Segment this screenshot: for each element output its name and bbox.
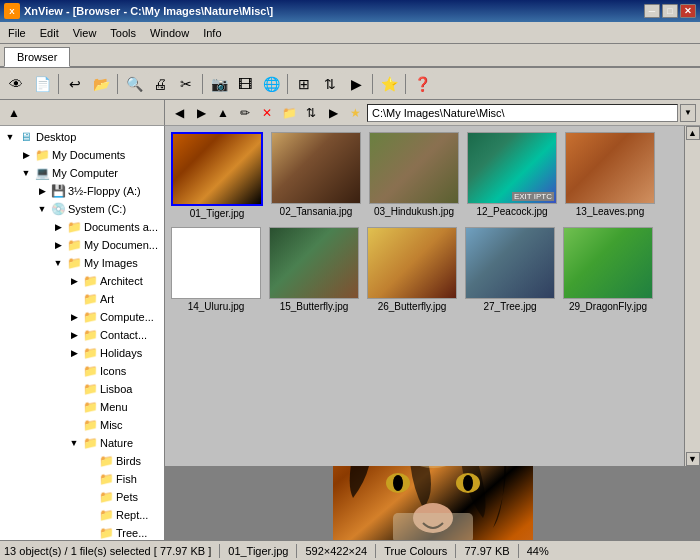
tree-item-mydocsc[interactable]: ▶ 📁 My Documen...: [48, 236, 164, 254]
menu-edit[interactable]: Edit: [34, 25, 65, 41]
tree-item-misc[interactable]: 📁 Misc: [64, 416, 164, 434]
menu-file[interactable]: File: [2, 25, 32, 41]
expand-mycomputer[interactable]: ▼: [18, 165, 34, 181]
back-button[interactable]: ↩: [63, 72, 87, 96]
tree-item-floppy[interactable]: ▶ 💾 3½-Floppy (A:): [32, 182, 164, 200]
thumb-leaves[interactable]: 13_Leaves.png: [563, 130, 657, 221]
tree-item-art[interactable]: 📁 Art: [64, 290, 164, 308]
status-bar: 13 object(s) / 1 file(s) selected [ 77.9…: [0, 540, 700, 560]
tree-item-rept[interactable]: 📁 Rept...: [80, 506, 164, 524]
search-button[interactable]: 🔍: [122, 72, 146, 96]
tree-item-lisboa[interactable]: 📁 Lisboa: [64, 380, 164, 398]
tree-item-nature[interactable]: ▼ 📁 Nature: [64, 434, 164, 452]
tree-item-icons[interactable]: 📁 Icons: [64, 362, 164, 380]
tree-item-fish[interactable]: 📁 Fish: [80, 470, 164, 488]
expand-contact[interactable]: ▶: [66, 327, 82, 343]
maximize-button[interactable]: □: [662, 4, 678, 18]
web-button[interactable]: 🌐: [259, 72, 283, 96]
close-button[interactable]: ✕: [680, 4, 696, 18]
expand-compute[interactable]: ▶: [66, 309, 82, 325]
expand-systemc[interactable]: ▼: [34, 201, 50, 217]
tree-item-pets[interactable]: 📁 Pets: [80, 488, 164, 506]
thumb-tansania[interactable]: 02_Tansania.jpg: [269, 130, 363, 221]
nature-icon: 📁: [82, 436, 98, 450]
expand-desktop[interactable]: ▼: [2, 129, 18, 145]
status-sep-4: [455, 544, 456, 558]
thumb-tiger[interactable]: 01_Tiger.jpg: [169, 130, 265, 221]
open-button[interactable]: 📂: [89, 72, 113, 96]
status-filename: 01_Tiger.jpg: [228, 545, 288, 557]
birds-icon: 📁: [98, 454, 114, 468]
tree-item-contact[interactable]: ▶ 📁 Contact...: [64, 326, 164, 344]
tree-item-menu[interactable]: 📁 Menu: [64, 398, 164, 416]
addr-edit-button[interactable]: ✏: [235, 103, 255, 123]
addr-up-button[interactable]: ▲: [213, 103, 233, 123]
expand-myimages[interactable]: ▼: [50, 255, 66, 271]
tree-item-systemc[interactable]: ▼ 💿 System (C:): [32, 200, 164, 218]
tiger-label: 01_Tiger.jpg: [190, 208, 245, 219]
addr-newfolder-button[interactable]: 📁: [279, 103, 299, 123]
status-sep-2: [296, 544, 297, 558]
new-button[interactable]: 📄: [30, 72, 54, 96]
tree-item-docsa[interactable]: ▶ 📁 Documents a...: [48, 218, 164, 236]
menu-info[interactable]: Info: [197, 25, 227, 41]
architect-icon: 📁: [82, 274, 98, 288]
cut-button[interactable]: ✂: [174, 72, 198, 96]
menu-bar: File Edit View Tools Window Info: [0, 22, 700, 44]
tree-item-mycomputer[interactable]: ▼ 💻 My Computer: [16, 164, 164, 182]
addr-back-button[interactable]: ◀: [169, 103, 189, 123]
svg-point-4: [393, 475, 403, 491]
thumb-hindukush[interactable]: 03_Hindukush.jpg: [367, 130, 461, 221]
addr-star-button[interactable]: ★: [345, 103, 365, 123]
menu-window[interactable]: Window: [144, 25, 195, 41]
menu-view[interactable]: View: [67, 25, 103, 41]
thumb-butterfly2[interactable]: 26_Butterfly.jpg: [365, 225, 459, 314]
sort-button[interactable]: ⇅: [318, 72, 342, 96]
tiger-preview: [333, 466, 533, 540]
tree-item-birds[interactable]: 📁 Birds: [80, 452, 164, 470]
tree-item-treet[interactable]: 📁 Tree...: [80, 524, 164, 540]
status-color: True Colours: [384, 545, 447, 557]
expand-mydocs[interactable]: ▶: [18, 147, 34, 163]
thumb-butterfly1[interactable]: 15_Butterfly.jpg: [267, 225, 361, 314]
thumb-peacock[interactable]: EXIT IPTC 12_Peacock.jpg: [465, 130, 559, 221]
status-sep-5: [518, 544, 519, 558]
help-button[interactable]: ❓: [410, 72, 434, 96]
thumb-tree[interactable]: 27_Tree.jpg: [463, 225, 557, 314]
tree-item-holidays[interactable]: ▶ 📁 Holidays: [64, 344, 164, 362]
tree-item-desktop[interactable]: ▼ 🖥 Desktop: [0, 128, 164, 146]
expand-nature[interactable]: ▼: [66, 435, 82, 451]
addr-sort-button[interactable]: ⇅: [301, 103, 321, 123]
print-button[interactable]: 🖨: [148, 72, 172, 96]
addr-delete-button[interactable]: ✕: [257, 103, 277, 123]
expand-architect[interactable]: ▶: [66, 273, 82, 289]
compute-icon: 📁: [82, 310, 98, 324]
star-button[interactable]: ⭐: [377, 72, 401, 96]
addr-forward-button[interactable]: ▶: [191, 103, 211, 123]
tree-item-compute[interactable]: ▶ 📁 Compute...: [64, 308, 164, 326]
view-button[interactable]: 👁: [4, 72, 28, 96]
expand-floppy[interactable]: ▶: [34, 183, 50, 199]
thumb-uluru[interactable]: 14_Uluru.jpg: [169, 225, 263, 314]
film-button[interactable]: 🎞: [233, 72, 257, 96]
tree-scroll-up[interactable]: ▲: [4, 103, 24, 123]
menu-tools[interactable]: Tools: [104, 25, 142, 41]
expand-holidays[interactable]: ▶: [66, 345, 82, 361]
tree-item-mydocs[interactable]: ▶ 📁 My Documents: [16, 146, 164, 164]
address-dropdown[interactable]: ▼: [680, 104, 696, 122]
grid-button[interactable]: ⊞: [292, 72, 316, 96]
tree-item-myimages[interactable]: ▼ 📁 My Images: [48, 254, 164, 272]
addr-play-button[interactable]: ▶: [323, 103, 343, 123]
tab-browser[interactable]: Browser: [4, 47, 70, 67]
camera-button[interactable]: 📷: [207, 72, 231, 96]
expand-mydocsc[interactable]: ▶: [50, 237, 66, 253]
play-button[interactable]: ▶: [344, 72, 368, 96]
address-input[interactable]: [367, 104, 678, 122]
status-sep-1: [219, 544, 220, 558]
tree-item-architect[interactable]: ▶ 📁 Architect: [64, 272, 164, 290]
thumb-scrolldown[interactable]: ▼: [686, 452, 700, 466]
thumb-scrollup[interactable]: ▲: [686, 126, 700, 140]
minimize-button[interactable]: ─: [644, 4, 660, 18]
thumb-dragonfly[interactable]: 29_DragonFly.jpg: [561, 225, 655, 314]
expand-docsa[interactable]: ▶: [50, 219, 66, 235]
